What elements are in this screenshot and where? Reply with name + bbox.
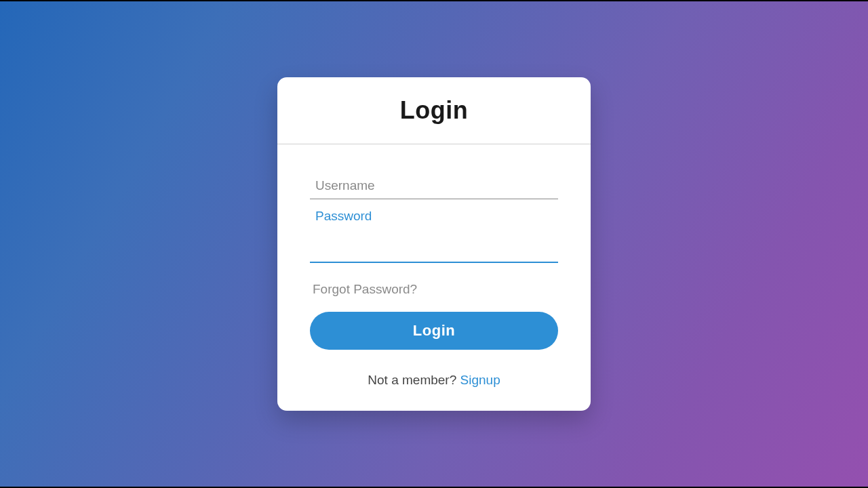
login-button[interactable]: Login xyxy=(310,312,558,350)
card-body: Password Forgot Password? Login Not a me… xyxy=(277,144,591,411)
password-label: Password xyxy=(310,209,558,224)
signup-link[interactable]: Signup xyxy=(460,373,500,387)
username-field-wrapper xyxy=(310,171,558,199)
page-title: Login xyxy=(277,96,591,125)
forgot-password-row: Forgot Password? xyxy=(310,282,558,297)
password-field-wrapper: Password xyxy=(310,209,558,263)
username-input[interactable] xyxy=(310,171,558,199)
login-card: Login Password Forgot Password? Login No… xyxy=(277,77,591,411)
signup-row: Not a member? Signup xyxy=(310,373,558,388)
card-header: Login xyxy=(277,77,591,144)
password-input[interactable] xyxy=(310,225,558,263)
signup-prompt: Not a member? xyxy=(368,373,460,387)
forgot-password-link[interactable]: Forgot Password? xyxy=(310,282,417,296)
